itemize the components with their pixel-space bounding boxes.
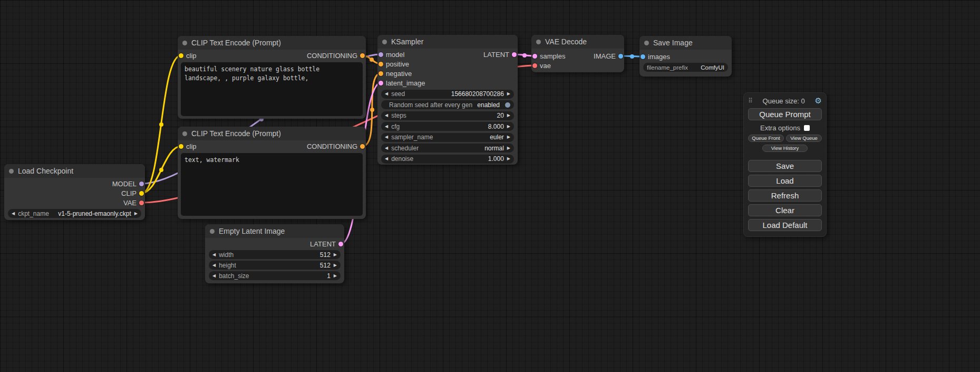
node-header[interactable]: CLIP Text Encode (Prompt) [178,127,366,140]
output-label-latent: LATENT [483,51,509,59]
input-label-clip: clip [186,142,197,150]
decrement-arrow-icon[interactable]: ◀ [385,135,388,139]
prompt-textarea[interactable]: beautiful scenery nature glass bottle la… [181,62,363,116]
queue-prompt-button[interactable]: Queue Prompt [748,108,822,120]
node-load-checkpoint[interactable]: Load Checkpoint MODEL CLIP VAE ◀ ckpt_na… [4,164,145,220]
increment-arrow-icon[interactable]: ▶ [507,92,510,96]
input-slot-samples[interactable] [532,54,537,59]
node-header[interactable]: VAE Decode [531,35,624,49]
output-slot-image[interactable] [618,54,623,59]
increment-arrow-icon[interactable]: ▶ [334,253,337,257]
node-header[interactable]: Load Checkpoint [4,164,145,178]
widget-batch-size[interactable]: ◀ batch_size 1 ▶ [209,271,341,280]
node-header[interactable]: CLIP Text Encode (Prompt) [178,36,366,50]
node-clip-text-encode-negative[interactable]: CLIP Text Encode (Prompt) clip CONDITION… [178,127,366,219]
decrement-arrow-icon[interactable]: ◀ [212,263,216,268]
wire-midpoint-dot [370,108,374,112]
output-slot-vae[interactable] [139,201,144,205]
node-title: KSampler [391,37,423,46]
output-slot-model[interactable] [139,182,144,186]
toggle-knob[interactable] [505,102,510,108]
output-slot-conditioning[interactable] [360,144,365,149]
queue-front-button[interactable]: Queue Front [748,135,784,142]
output-slot-conditioning[interactable] [360,53,365,58]
collapse-dot[interactable] [644,41,649,45]
node-header[interactable]: Save Image [639,36,732,50]
widget-denoise[interactable]: ◀ denoise 1.000 ▶ [381,155,514,164]
decrement-arrow-icon[interactable]: ◀ [385,125,388,129]
output-slot-clip[interactable] [139,191,144,196]
clear-button[interactable]: Clear [748,204,822,216]
decrement-arrow-icon[interactable]: ◀ [212,274,216,278]
widget-label: seed [391,90,405,98]
decrement-arrow-icon[interactable]: ◀ [212,253,216,257]
collapse-dot[interactable] [182,131,187,136]
widget-width[interactable]: ◀ width 512 ▶ [209,250,341,259]
node-empty-latent-image[interactable]: Empty Latent Image LATENT ◀ width 512 ▶ … [205,224,344,283]
node-header[interactable]: KSampler [377,35,518,49]
input-slot-images[interactable] [641,54,645,59]
collapse-dot[interactable] [182,41,187,45]
collapse-dot[interactable] [210,229,215,234]
output-slot-latent[interactable] [512,52,517,57]
queue-size-label: Queue size: 0 [753,97,815,105]
widget-sampler-name[interactable]: ◀ sampler_name euler ▶ [381,133,514,142]
decrement-arrow-icon[interactable]: ◀ [385,157,388,161]
load-default-button[interactable]: Load Default [748,219,822,231]
input-slot-positive[interactable] [379,62,383,66]
increment-arrow-icon[interactable]: ▶ [334,274,337,278]
prompt-textarea[interactable]: text, watermark [181,153,363,216]
increment-arrow-icon[interactable]: ▶ [334,263,337,268]
decrement-arrow-icon[interactable]: ◀ [385,92,388,96]
view-queue-button[interactable]: View Queue [786,135,822,142]
node-title: VAE Decode [545,37,587,46]
widget-seed[interactable]: ◀ seed 156680208700286 ▶ [381,90,514,99]
drag-handle-icon[interactable]: ⠿ [748,97,753,104]
input-label-vae: vae [540,62,551,70]
increment-arrow-icon[interactable]: ▶ [507,135,510,139]
increment-arrow-icon[interactable]: ▶ [507,113,510,118]
widget-filename-prefix[interactable]: filename_prefix ComfyUI [643,63,728,72]
widget-value: 156680208700286 [451,90,504,98]
decrement-arrow-icon[interactable]: ◀ [12,212,15,216]
load-button[interactable]: Load [748,175,822,187]
widget-ckpt-name[interactable]: ◀ ckpt_name v1-5-pruned-emaonly.ckpt ▶ [8,209,141,218]
gear-icon[interactable]: ⚙ [815,96,822,106]
decrement-arrow-icon[interactable]: ◀ [385,113,388,118]
input-slot-model[interactable] [379,52,383,57]
widget-height[interactable]: ◀ height 512 ▶ [209,261,341,270]
widget-scheduler[interactable]: ◀ scheduler normal ▶ [381,144,514,152]
graph-canvas[interactable]: Load Checkpoint MODEL CLIP VAE ◀ ckpt_na… [0,0,980,372]
increment-arrow-icon[interactable]: ▶ [507,146,510,150]
collapse-dot[interactable] [9,169,14,174]
widget-value: 512 [320,262,331,269]
input-slot-clip[interactable] [179,53,183,58]
collapse-dot[interactable] [536,40,541,44]
node-ksampler[interactable]: KSampler model LATENT positive negative [377,35,518,165]
node-clip-text-encode-positive[interactable]: CLIP Text Encode (Prompt) clip CONDITION… [178,36,366,119]
input-slot-latent-image[interactable] [379,81,383,85]
node-header[interactable]: Empty Latent Image [205,224,344,238]
widget-cfg[interactable]: ◀ cfg 8.000 ▶ [381,122,514,131]
widget-value: 512 [320,251,331,259]
save-button[interactable]: Save [748,160,822,172]
view-history-button[interactable]: View History [762,145,808,152]
input-label-negative: negative [386,70,412,78]
widget-steps[interactable]: ◀ steps 20 ▶ [381,111,514,120]
decrement-arrow-icon[interactable]: ◀ [385,146,388,150]
widget-random-seed-toggle[interactable]: Random seed after every gen enabled [381,100,514,109]
input-slot-negative[interactable] [379,71,383,76]
extra-options-checkbox[interactable] [804,125,810,131]
collapse-dot[interactable] [382,40,387,44]
increment-arrow-icon[interactable]: ▶ [507,157,510,161]
output-label-clip: CLIP [121,189,137,197]
increment-arrow-icon[interactable]: ▶ [507,125,510,129]
increment-arrow-icon[interactable]: ▶ [134,212,138,216]
widget-label: height [219,262,236,269]
input-slot-clip[interactable] [179,144,183,149]
refresh-button[interactable]: Refresh [748,189,822,202]
node-vae-decode[interactable]: VAE Decode samples IMAGE vae [531,35,624,72]
input-slot-vae[interactable] [532,63,537,68]
output-slot-latent[interactable] [338,242,343,246]
node-save-image[interactable]: Save Image images filename_prefix ComfyU… [639,36,732,77]
